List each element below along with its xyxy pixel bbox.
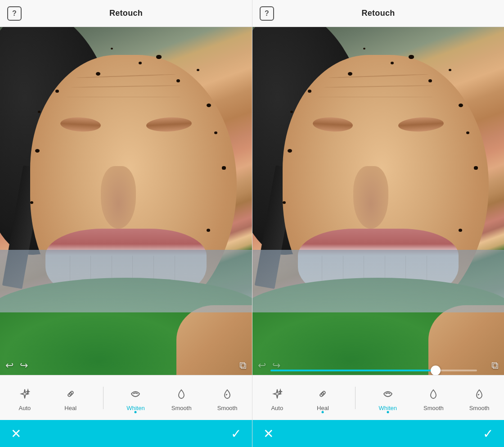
- tool-heal-label-left: Heal: [64, 405, 76, 411]
- title-left: Retouch: [109, 9, 143, 18]
- redo-icon-left[interactable]: ↪: [20, 360, 28, 371]
- drop2-icon-right: [473, 388, 486, 402]
- undo-icon-left[interactable]: ↩: [5, 360, 14, 371]
- action-bar-left: ✕ ✓: [0, 420, 252, 447]
- header-right: ? Retouch: [252, 0, 504, 27]
- tool-auto-right[interactable]: Auto: [264, 384, 291, 411]
- cancel-button-right[interactable]: ✕: [263, 426, 274, 441]
- redo-icon-right[interactable]: ↪: [272, 360, 280, 371]
- cancel-button-left[interactable]: ✕: [11, 426, 21, 441]
- drop2-icon-left: [221, 388, 234, 402]
- layers-icon-left[interactable]: ⧉: [239, 360, 247, 371]
- tool-auto-left[interactable]: Auto: [11, 384, 38, 411]
- panel-left: ? Retouch: [0, 0, 252, 447]
- tool-smooth1-right[interactable]: Smooth: [420, 384, 447, 411]
- help-button-left[interactable]: ?: [7, 6, 22, 21]
- undo-icon-right[interactable]: ↩: [258, 360, 266, 371]
- tool-smooth1-label-left: Smooth: [171, 405, 192, 411]
- tool-auto-label-right: Auto: [271, 405, 283, 411]
- panel-right: ? Retouch: [252, 0, 504, 447]
- tool-whiten-label-left: Whiten: [126, 405, 144, 411]
- tool-smooth1-left[interactable]: Smooth: [168, 384, 195, 411]
- tool-whiten-right[interactable]: Whiten: [374, 384, 401, 411]
- drop1-icon-right: [427, 388, 440, 402]
- tool-auto-label-left: Auto: [19, 405, 31, 411]
- active-dot-left: [135, 411, 137, 413]
- sparkle-icon-right: [271, 388, 284, 402]
- tool-heal-left[interactable]: Heal: [57, 384, 84, 411]
- divider-left: [103, 387, 104, 409]
- toolbar-left: Auto Heal: [0, 375, 252, 420]
- bandage-icon-right: [316, 388, 329, 402]
- toolbar-right: Auto Heal: [252, 375, 504, 420]
- title-right: Retouch: [361, 9, 395, 18]
- divider-right: [355, 387, 356, 409]
- sparkle-icon-left: [18, 388, 31, 402]
- drop1-icon-left: [175, 388, 188, 402]
- tool-heal-label-right: Heal: [317, 405, 329, 411]
- tool-smooth2-label-left: Smooth: [217, 405, 238, 411]
- tool-heal-right[interactable]: Heal: [309, 384, 336, 411]
- confirm-button-left[interactable]: ✓: [231, 426, 241, 441]
- layers-icon-right[interactable]: ⧉: [491, 360, 499, 371]
- svg-rect-0: [68, 391, 74, 397]
- photo-controls-left: ↩ ↪ ⧉: [0, 360, 252, 371]
- bandage-icon-left: [64, 388, 77, 402]
- tool-smooth1-label-right: Smooth: [423, 405, 444, 411]
- lips-icon-right: [382, 388, 394, 402]
- help-button-right[interactable]: ?: [260, 6, 274, 21]
- photo-left: [0, 27, 252, 375]
- tool-whiten-label-right: Whiten: [379, 405, 397, 411]
- photo-controls-right: ↩ ↪ ⧉: [252, 360, 504, 371]
- tool-smooth2-right[interactable]: Smooth: [466, 384, 493, 411]
- photo-right: [252, 27, 504, 375]
- tool-smooth2-label-right: Smooth: [469, 405, 490, 411]
- heal-dot-right: [322, 411, 324, 413]
- header-left: ? Retouch: [0, 0, 252, 27]
- photo-area-right[interactable]: ↩ ↪ ⧉: [252, 27, 504, 375]
- action-bar-right: ✕ ✓: [252, 420, 504, 447]
- tool-smooth2-left[interactable]: Smooth: [214, 384, 241, 411]
- whiten-dot-right: [387, 411, 389, 413]
- svg-rect-6: [320, 391, 326, 397]
- photo-area-left[interactable]: ↩ ↪ ⧉: [0, 27, 252, 375]
- confirm-button-right[interactable]: ✓: [483, 426, 493, 441]
- tool-whiten-left[interactable]: Whiten: [122, 384, 149, 411]
- lips-icon-left: [129, 388, 142, 402]
